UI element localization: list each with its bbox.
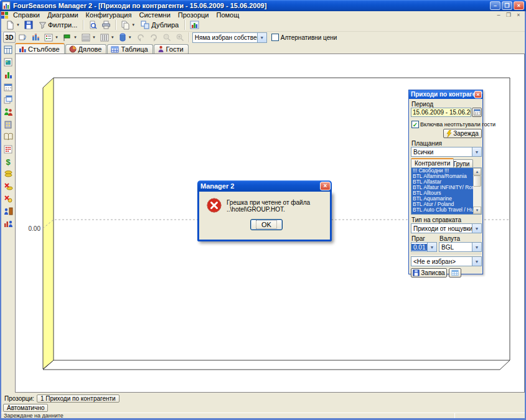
bar-style-button[interactable]: ▼ xyxy=(117,32,134,43)
list-item[interactable]: BTL Alltours xyxy=(411,190,473,196)
include-guests-checkbox[interactable]: ✓ xyxy=(411,121,419,128)
report-guests-button[interactable] xyxy=(2,106,14,117)
report-hotel-button[interactable] xyxy=(2,119,14,129)
include-guests-label: Включва неотпътували гости xyxy=(420,121,495,128)
mdi-minimize-button[interactable]: – xyxy=(495,11,502,19)
close-button[interactable]: × xyxy=(514,1,524,10)
toggle-3d-button[interactable]: 3D xyxy=(3,32,16,43)
calendar-icon xyxy=(474,109,481,116)
save-icon xyxy=(413,269,420,276)
tab-tablica[interactable]: Таблица xyxy=(107,44,153,54)
list-item[interactable]: BTL Alfastar xyxy=(411,179,473,185)
list-item[interactable]: BTL Auto Club Travel / Hunga xyxy=(411,207,473,213)
save-report-button[interactable]: Записва xyxy=(411,268,447,278)
duplicate-button[interactable]: Дублира xyxy=(138,19,182,30)
zoom-in-button[interactable] xyxy=(174,32,186,43)
building-icon xyxy=(4,120,12,129)
auto-button[interactable]: Автоматично xyxy=(3,404,48,412)
list-item[interactable]: BTL Atur / Poland xyxy=(411,202,473,207)
tab-gosti[interactable]: Гости xyxy=(154,44,189,54)
zoom-out-button[interactable] xyxy=(161,32,173,43)
report-occupancy-button[interactable] xyxy=(2,144,14,154)
list-item[interactable]: !!! Свободни !!! xyxy=(411,168,473,174)
new-report-button[interactable]: ▼ xyxy=(4,19,22,30)
print-button[interactable] xyxy=(100,19,113,30)
save-button[interactable] xyxy=(22,19,35,30)
panel-close-button[interactable]: × xyxy=(474,91,482,98)
period-input[interactable]: 15.06.2009 - 15.06.2009 xyxy=(411,108,471,117)
report-type-combobox[interactable]: Приходи от нощувки ▼ xyxy=(411,223,482,233)
report-revenue-button[interactable]: $ xyxy=(2,156,14,167)
threshold-combobox[interactable]: 0.01 ▼ xyxy=(411,242,437,252)
load-button[interactable]: Зарежда xyxy=(443,129,482,138)
legend-button[interactable]: ▼ xyxy=(42,32,60,43)
tab-stalbove[interactable]: Стълбове xyxy=(15,43,65,54)
report-payments-button[interactable] xyxy=(2,169,14,179)
report-guest-chart-button[interactable] xyxy=(2,218,14,229)
mdi-restore-button[interactable]: ❐ xyxy=(505,11,512,19)
report-window-image-button[interactable] xyxy=(2,57,14,67)
load-button-label: Зарежда xyxy=(453,130,479,137)
report-unpaid-button[interactable] xyxy=(2,181,14,192)
combo-arrow-icon: ▼ xyxy=(427,243,436,251)
list-item[interactable]: BTL Alfatur INFINITY/ Romani xyxy=(411,185,473,190)
labels-button[interactable]: ▼ xyxy=(61,32,79,43)
report-guest-room-button[interactable] xyxy=(2,206,14,217)
scroll-thumb[interactable] xyxy=(473,175,481,187)
alt-prices-option[interactable]: Алтернативни цени xyxy=(271,34,337,41)
report-calendar-button[interactable] xyxy=(2,82,14,92)
tab-kontragenti[interactable]: Контрагенти xyxy=(411,158,454,167)
rotate-chart-button[interactable] xyxy=(16,32,29,43)
chart-toolbar: 3D ▼ ▼ ▼ ▼ ▼ xyxy=(1,32,525,43)
calendar-button[interactable] xyxy=(472,108,482,117)
red-grid-icon xyxy=(4,145,12,154)
chart-report-button[interactable] xyxy=(188,19,201,30)
table-tool-button[interactable] xyxy=(449,268,461,278)
horizontal-grid-button[interactable]: ▼ xyxy=(80,32,98,43)
minimize-button[interactable]: – xyxy=(490,1,500,10)
currency-combobox[interactable]: BGL ▼ xyxy=(439,242,482,252)
list-item[interactable]: BTL Aquamarine xyxy=(411,196,473,202)
rotate-ccw-icon xyxy=(136,33,145,42)
print-preview-button[interactable] xyxy=(87,19,99,30)
show-values-button[interactable] xyxy=(29,32,42,43)
report-cascade-button[interactable] xyxy=(2,94,14,105)
payments-label: Плащания xyxy=(411,140,442,147)
menu-pomosht[interactable]: Помощ xyxy=(212,11,243,19)
menu-prozorci[interactable]: Прозорци xyxy=(174,11,213,19)
vertical-grid-button[interactable]: ▼ xyxy=(98,32,116,43)
alt-prices-checkbox[interactable] xyxy=(271,34,279,41)
error-dialog-close-button[interactable]: × xyxy=(320,182,331,190)
scroll-up-icon[interactable]: ▲ xyxy=(473,168,481,175)
menu-sistemni[interactable]: Системни xyxy=(135,11,174,19)
window-switch-button[interactable]: 1 Приходи по контрагенти xyxy=(37,394,120,403)
coins-icon xyxy=(4,170,13,178)
report-chart-button[interactable] xyxy=(2,69,14,80)
mdi-close-button[interactable]: × xyxy=(515,11,522,19)
menu-konfiguracia[interactable]: Конфигурация xyxy=(82,11,136,19)
copy-chart-button[interactable]: ▼ xyxy=(119,19,137,30)
ok-button[interactable]: OK xyxy=(250,219,283,230)
list-item[interactable]: BTL Alfamina/Romania xyxy=(411,174,473,179)
report-book-button[interactable] xyxy=(2,131,14,142)
filters-button[interactable]: Филтри... xyxy=(35,19,80,30)
owner-combobox[interactable]: Няма избран собственици ▼ xyxy=(192,32,267,43)
tab-dyalove[interactable]: Дялове xyxy=(65,44,107,54)
restore-button[interactable]: ❐ xyxy=(502,1,512,10)
report-cancel-button[interactable] xyxy=(2,194,14,204)
window-title: FourSeasons Manager 2 - [Приходи по конт… xyxy=(13,2,489,9)
contractors-listbox[interactable]: !!! Свободни !!! BTL Alfamina/Romania BT… xyxy=(411,167,482,215)
rotate-ccw-button[interactable] xyxy=(134,32,147,43)
menu-diagrami[interactable]: Диаграми xyxy=(44,11,82,19)
rotate-cw-button[interactable] xyxy=(148,32,160,43)
scroll-down-icon[interactable]: ▼ xyxy=(473,207,481,214)
list-item-partial[interactable] xyxy=(411,213,473,214)
extra-combobox[interactable]: <Не е избран> ▼ xyxy=(411,256,482,266)
extra-combobox-value: <Не е избран> xyxy=(411,258,472,265)
toolbar-separator xyxy=(115,20,116,30)
payments-combobox[interactable]: Всички ▼ xyxy=(411,147,482,157)
list-scrollbar[interactable]: ▲ ▼ xyxy=(473,168,481,214)
chart-axis-wall xyxy=(43,78,54,369)
menu-spravki[interactable]: Справки xyxy=(9,11,44,19)
report-window-grid-button[interactable] xyxy=(2,44,14,55)
